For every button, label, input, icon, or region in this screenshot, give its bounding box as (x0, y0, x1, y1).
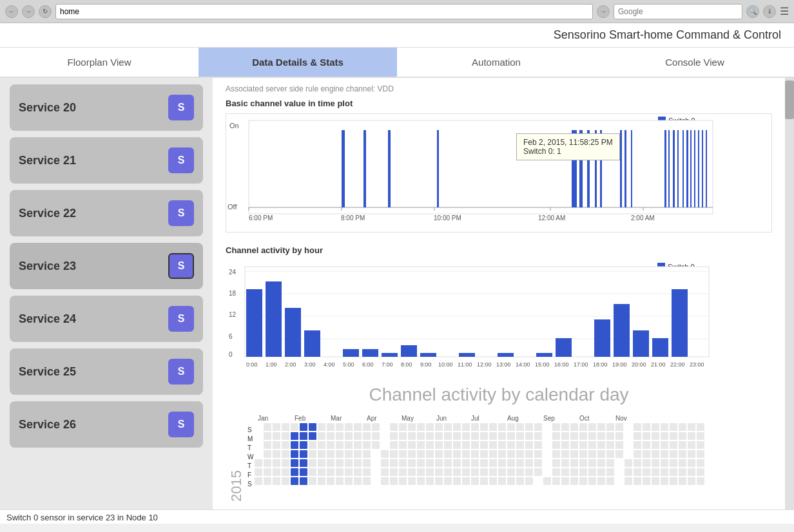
svg-text:Mar: Mar (331, 415, 342, 422)
go-button[interactable]: → (597, 5, 610, 18)
svg-rect-121 (273, 423, 280, 431)
svg-rect-441 (697, 468, 704, 476)
svg-text:10:00 PM: 10:00 PM (434, 214, 461, 222)
svg-rect-228 (417, 441, 425, 449)
svg-rect-313 (525, 450, 533, 458)
svg-text:17:00: 17:00 (574, 361, 588, 368)
svg-rect-139 (291, 459, 298, 467)
sidebar-item-service-25[interactable]: Service 25 S (10, 348, 203, 395)
svg-rect-127 (273, 477, 280, 485)
svg-rect-297 (507, 432, 515, 440)
svg-rect-123 (273, 441, 280, 449)
tab-data-details[interactable]: Data Details & Stats (198, 48, 397, 77)
svg-rect-208 (390, 450, 398, 458)
svg-rect-188 (354, 459, 362, 467)
svg-rect-397 (643, 450, 650, 458)
svg-rect-385 (625, 468, 632, 476)
svg-text:Oct: Oct (579, 415, 590, 422)
svg-rect-442 (697, 477, 704, 485)
sidebar-item-service-24[interactable]: Service 24 S (10, 296, 203, 342)
service-btn-26[interactable]: S (168, 412, 194, 437)
svg-rect-426 (679, 459, 686, 467)
svg-rect-59 (382, 353, 398, 357)
sidebar-item-service-22[interactable]: Service 22 S (10, 190, 203, 236)
svg-rect-280 (480, 468, 488, 476)
svg-rect-173 (336, 450, 344, 458)
scrollbar-thumb[interactable] (785, 81, 794, 119)
tab-floorplan[interactable]: Floorplan View (0, 48, 198, 77)
forward-button[interactable]: → (22, 5, 35, 18)
svg-rect-181 (345, 459, 353, 467)
svg-rect-230 (417, 459, 425, 467)
svg-rect-115 (264, 432, 271, 440)
svg-rect-298 (507, 441, 515, 449)
svg-rect-133 (282, 468, 289, 476)
svg-rect-116 (264, 441, 271, 449)
svg-rect-16 (625, 130, 626, 207)
svg-rect-72 (633, 330, 649, 357)
svg-rect-322 (534, 468, 542, 476)
service-btn-22[interactable]: S (168, 200, 194, 226)
service-btn-25[interactable]: S (168, 359, 194, 385)
hourly-title: Channel activity by hour (226, 245, 772, 255)
svg-rect-68 (556, 338, 572, 357)
sidebar-item-service-20[interactable]: Service 20 S (10, 84, 203, 131)
back-button[interactable]: ← (5, 5, 18, 18)
svg-rect-23 (686, 130, 688, 207)
tab-automation[interactable]: Automation (397, 48, 596, 77)
svg-rect-419 (670, 459, 677, 467)
browser-menu-button[interactable]: ☰ (780, 5, 789, 17)
svg-rect-149 (309, 423, 316, 431)
service-btn-20[interactable]: S (168, 95, 194, 120)
day-label-t: T (247, 444, 253, 453)
svg-rect-155 (309, 477, 316, 485)
sidebar-item-service-26[interactable]: Service 26 S (10, 401, 203, 448)
svg-rect-119 (264, 468, 271, 476)
svg-rect-214 (399, 441, 407, 449)
url-bar[interactable] (55, 4, 593, 19)
svg-rect-227 (417, 432, 425, 440)
refresh-button[interactable]: ↻ (39, 5, 52, 18)
service-btn-23[interactable]: S (168, 253, 194, 279)
svg-rect-407 (652, 477, 659, 485)
svg-rect-288 (489, 477, 497, 485)
svg-text:16:00: 16:00 (554, 361, 569, 368)
svg-rect-433 (688, 459, 695, 467)
svg-rect-398 (643, 459, 650, 467)
svg-rect-392 (634, 468, 641, 476)
svg-rect-319 (534, 441, 542, 449)
svg-rect-279 (480, 459, 488, 467)
day-label-t2: T (247, 462, 253, 471)
search-go-button[interactable]: 🔍 (746, 5, 759, 18)
svg-rect-339 (570, 432, 578, 440)
svg-text:22:00: 22:00 (670, 361, 685, 368)
svg-rect-386 (625, 477, 632, 485)
download-button[interactable]: ⇓ (763, 5, 776, 18)
svg-rect-308 (516, 468, 524, 476)
svg-rect-152 (309, 450, 316, 458)
svg-rect-147 (300, 468, 307, 476)
svg-text:5:00: 5:00 (343, 361, 354, 368)
sidebar-item-service-21[interactable]: Service 21 S (10, 137, 203, 184)
svg-text:2:00: 2:00 (285, 361, 296, 368)
svg-rect-248 (444, 432, 452, 440)
scrollbar[interactable] (785, 78, 794, 509)
svg-rect-326 (552, 441, 560, 449)
tab-console[interactable]: Console View (596, 48, 794, 77)
calendar-svg: Jan Feb Mar Apr May Jun Jul Aug Sep Oct … (255, 412, 706, 502)
svg-text:12: 12 (229, 311, 237, 318)
svg-rect-362 (588, 450, 596, 458)
svg-rect-359 (588, 423, 596, 431)
svg-rect-164 (327, 432, 334, 440)
day-label-s2: S (247, 480, 253, 489)
svg-rect-28 (706, 130, 707, 207)
service-btn-21[interactable]: S (168, 147, 194, 173)
svg-rect-316 (525, 477, 533, 485)
svg-rect-217 (399, 468, 407, 476)
search-bar[interactable] (614, 4, 742, 19)
svg-rect-132 (282, 459, 289, 467)
service-btn-24[interactable]: S (168, 306, 194, 332)
sidebar-item-service-23[interactable]: Service 23 S (10, 243, 203, 289)
svg-rect-240 (435, 423, 443, 431)
svg-rect-9 (437, 130, 439, 207)
